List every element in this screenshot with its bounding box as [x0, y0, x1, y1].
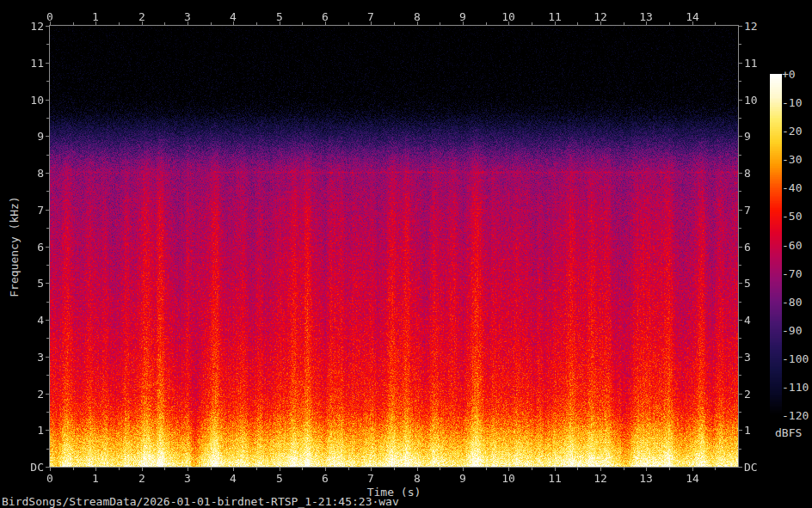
freq-tick-major-left: [46, 136, 49, 137]
freq-tick-minor-right: [739, 81, 741, 82]
freq-axis-label: Frequency (kHz): [9, 196, 20, 297]
freq-tick-major-right: [739, 320, 742, 321]
time-tick-minor-bottom: [669, 468, 670, 470]
time-tick-minor-top: [440, 22, 440, 25]
time-tick-minor-bottom: [348, 468, 349, 470]
freq-tick-major-right: [739, 283, 742, 284]
time-tick-major-bottom: [692, 468, 693, 471]
freq-tick-minor-left: [46, 449, 49, 450]
spectrogram-canvas: [50, 26, 738, 467]
freq-tick-minor-left: [46, 81, 49, 82]
time-tick-label-bottom: 1: [92, 473, 99, 484]
time-tick-label-bottom: 13: [639, 473, 653, 484]
colorbar-tick-label: -100: [782, 352, 809, 364]
freq-tick-label-right: DC: [744, 462, 758, 473]
freq-tick-minor-right: [739, 375, 741, 376]
freq-tick-major-left: [46, 357, 49, 358]
time-tick-label-bottom: 6: [322, 473, 329, 484]
time-tick-major-bottom: [463, 468, 464, 471]
filename-text: BirdSongs/StreamData/2026-01-01-birdnet-…: [2, 496, 399, 507]
colorbar-canvas: [770, 74, 782, 415]
time-tick-label-bottom: 12: [594, 473, 607, 484]
colorbar-tick-label: -60: [782, 239, 802, 250]
time-tick-minor-bottom: [715, 468, 716, 470]
freq-tick-major-left: [46, 247, 49, 248]
time-tick-label-top: 0: [46, 11, 53, 22]
time-tick-label-top: 4: [230, 11, 237, 22]
freq-tick-major-left: [46, 430, 49, 431]
time-tick-minor-top: [486, 22, 487, 25]
freq-tick-major-right: [739, 210, 742, 211]
time-tick-minor-bottom: [302, 468, 303, 470]
freq-tick-major-right: [739, 430, 742, 431]
colorbar-tick-label: -30: [782, 154, 802, 165]
time-tick-minor-top: [348, 22, 349, 25]
time-tick-major-bottom: [371, 468, 372, 471]
time-tick-minor-bottom: [211, 468, 212, 470]
time-tick-label-top: 11: [548, 11, 562, 22]
freq-tick-minor-left: [46, 338, 49, 339]
time-tick-label-bottom: 5: [276, 473, 283, 484]
time-tick-major-bottom: [508, 468, 509, 471]
time-tick-label-top: 9: [459, 11, 466, 22]
time-tick-minor-top: [211, 22, 212, 25]
freq-tick-minor-right: [739, 412, 741, 413]
freq-tick-label-right: 3: [744, 352, 751, 363]
freq-tick-major-right: [739, 467, 742, 468]
time-tick-major-bottom: [325, 468, 326, 471]
time-tick-label-top: 7: [367, 11, 374, 22]
time-tick-minor-top: [394, 22, 395, 25]
time-tick-label-bottom: 14: [686, 473, 699, 484]
freq-tick-major-left: [46, 100, 49, 101]
spectrogram-figure: Frequency (kHz) Time (s) dBFS BirdSongs/…: [0, 0, 812, 508]
time-tick-minor-top: [715, 22, 716, 25]
time-tick-minor-top: [577, 22, 578, 25]
freq-tick-label-left: 2: [37, 389, 44, 400]
time-tick-minor-top: [302, 22, 303, 25]
freq-tick-minor-left: [46, 191, 49, 192]
freq-tick-label-right: 1: [744, 425, 751, 436]
freq-tick-minor-right: [739, 44, 741, 45]
freq-tick-minor-left: [46, 44, 49, 45]
time-tick-label-top: 1: [92, 11, 99, 22]
time-tick-label-bottom: 0: [46, 473, 53, 484]
time-tick-major-bottom: [280, 468, 280, 471]
freq-tick-label-left: 3: [37, 352, 44, 363]
time-tick-major-bottom: [555, 468, 556, 471]
time-tick-label-top: 12: [594, 11, 607, 22]
time-tick-minor-bottom: [394, 468, 395, 470]
freq-tick-label-right: 4: [744, 315, 751, 326]
freq-tick-major-left: [46, 283, 49, 284]
time-tick-major-bottom: [233, 468, 234, 471]
time-tick-major-bottom: [646, 468, 647, 471]
time-tick-label-bottom: 4: [230, 473, 237, 484]
freq-tick-label-left: 1: [37, 425, 44, 436]
freq-tick-label-left: 8: [37, 168, 44, 179]
colorbar-tick-label: -90: [782, 324, 802, 335]
colorbar-tick-label: -120: [782, 410, 809, 421]
freq-tick-label-right: 2: [744, 389, 751, 400]
time-tick-minor-bottom: [577, 468, 578, 470]
time-tick-minor-bottom: [73, 468, 74, 470]
freq-tick-minor-left: [46, 228, 49, 229]
time-tick-label-bottom: 11: [548, 473, 562, 484]
freq-tick-label-right: 12: [744, 21, 758, 32]
time-tick-label-bottom: 10: [501, 473, 515, 484]
freq-tick-label-right: 10: [744, 95, 758, 106]
freq-tick-minor-right: [739, 118, 741, 119]
time-tick-label-top: 8: [414, 11, 421, 22]
freq-tick-major-right: [739, 173, 742, 174]
time-tick-minor-top: [119, 22, 120, 25]
freq-tick-label-right: 11: [744, 58, 758, 69]
freq-tick-major-left: [46, 320, 49, 321]
freq-tick-minor-left: [46, 412, 49, 413]
freq-tick-major-right: [739, 357, 742, 358]
freq-tick-minor-right: [739, 265, 741, 266]
freq-tick-minor-right: [739, 155, 741, 156]
time-tick-label-bottom: 2: [138, 473, 145, 484]
colorbar-tick-label: -50: [782, 211, 802, 222]
colorbar-tick-label: -70: [782, 267, 802, 278]
freq-tick-major-right: [739, 63, 742, 64]
time-tick-major-bottom: [95, 468, 96, 471]
colorbar-tick-label: -80: [782, 296, 802, 307]
